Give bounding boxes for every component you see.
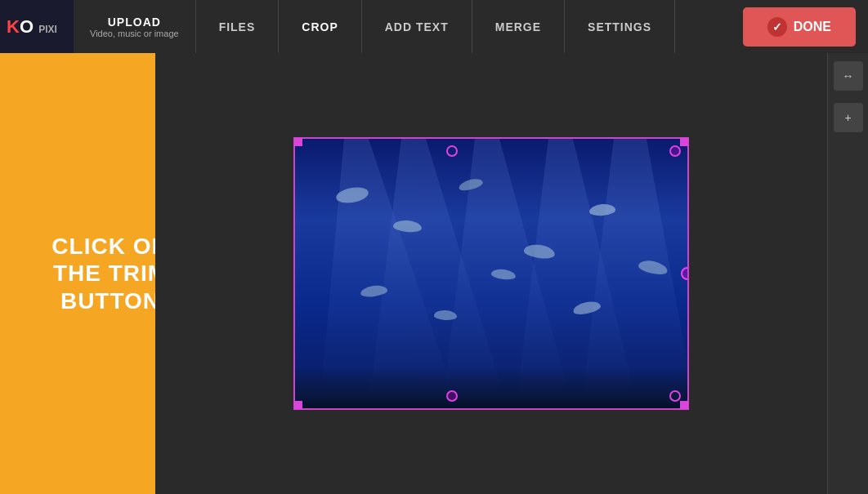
video-area — [155, 53, 827, 494]
upload-sublabel: Video, music or image — [90, 29, 179, 38]
nav-item-files[interactable]: FILES — [196, 0, 280, 53]
right-tool-zoom[interactable]: + — [834, 103, 863, 132]
bubble-bottom-left — [446, 390, 458, 402]
done-button[interactable]: ✓ DONE — [743, 7, 856, 47]
frame-corner-tr[interactable] — [680, 138, 688, 146]
bubble-top-right — [669, 145, 681, 157]
bubble-top-left — [446, 145, 458, 157]
right-panel: ↔ + — [827, 53, 868, 494]
bubble-bottom-right — [669, 390, 681, 402]
sea-floor — [295, 367, 687, 408]
video-preview — [295, 139, 687, 408]
top-navigation: KO PIXI UPLOAD Video, music or image FIL… — [0, 0, 868, 53]
trim-tooltip-overlay: CLICK ONTHE TRIMBUTTON — [0, 53, 155, 494]
upload-label: UPLOAD — [108, 16, 161, 29]
upload-section[interactable]: UPLOAD Video, music or image — [74, 0, 196, 53]
logo: KO PIXI — [7, 16, 57, 38]
frame-corner-tl[interactable] — [294, 138, 302, 146]
nav-item-crop[interactable]: CROP — [279, 0, 361, 53]
video-frame — [293, 137, 689, 410]
nav-item-merge[interactable]: MERGE — [472, 0, 565, 53]
frame-corner-br[interactable] — [680, 401, 688, 409]
main-content: Edit uploaded vid 0 Trim ✂ Volume 🔊 E — [0, 53, 868, 494]
left-sidebar: Edit uploaded vid 0 Trim ✂ Volume 🔊 E — [0, 53, 155, 494]
overlay-text: CLICK ONTHE TRIMBUTTON — [51, 233, 155, 315]
done-label: DONE — [794, 20, 831, 34]
done-checkmark-icon: ✓ — [767, 17, 787, 37]
frame-corner-bl[interactable] — [294, 401, 302, 409]
nav-item-add-text[interactable]: ADD TEXT — [362, 0, 472, 53]
right-tool-cursor[interactable]: ↔ — [834, 61, 863, 91]
nav-items: FILES CROP ADD TEXT MERGE SETTINGS — [196, 0, 743, 53]
logo-area: KO PIXI — [0, 0, 74, 53]
nav-item-settings[interactable]: SETTINGS — [565, 0, 675, 53]
